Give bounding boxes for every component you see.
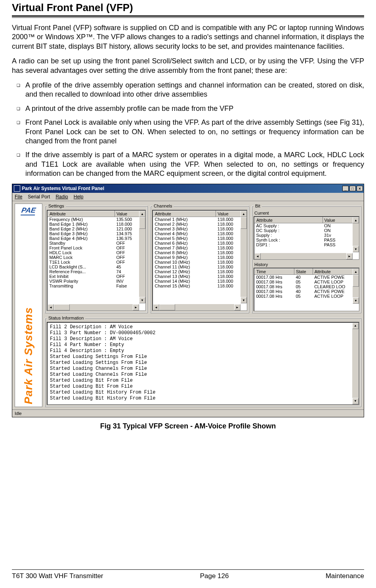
table-row[interactable]: 00017.08 Hrs05ACTIVE LOOP	[255, 294, 359, 299]
scrollbar-vertical[interactable]: ▲ ▼	[353, 217, 359, 252]
status-textarea[interactable]: Fill 2 Description : AM Voice Fill 3 Par…	[47, 322, 359, 405]
table-row[interactable]: Channel 11 (MHz)118.000	[153, 265, 247, 269]
table-row[interactable]: DC Supply :ON	[255, 228, 359, 233]
cell: Band Edge 4 (MHz)	[48, 236, 115, 241]
col-header[interactable]: Attribute	[48, 211, 115, 217]
scrollbar-horizontal[interactable]: ◄ ►	[48, 304, 139, 310]
settings-listbox[interactable]: Attribute Value Frequency (MHz)135.500Ba…	[47, 210, 146, 311]
table-row[interactable]: 00017.08 Hrs40ACTIVE POWE	[255, 289, 359, 294]
scroll-thumb[interactable]	[240, 217, 247, 229]
menu-serial-port[interactable]: Serial Port	[28, 194, 50, 200]
channels-listbox[interactable]: Attribute Value Channel 1 (MHz)118.000Ch…	[152, 210, 247, 311]
minimize-button[interactable]: _	[342, 186, 349, 191]
table-row[interactable]: Channel 2 (MHz)118.000	[153, 222, 247, 226]
scrollbar-vertical[interactable]: ▲ ▼	[353, 268, 359, 304]
scrollbar-horizontal[interactable]: ◄ ►	[254, 253, 353, 259]
table-row[interactable]: DSP1 :PASS	[255, 242, 359, 247]
table-row[interactable]: StandbyOFF	[48, 241, 145, 245]
table-row[interactable]: Channel 14 (MHz)118.000	[153, 279, 247, 284]
window-title: Park Air Systems Virtual Front Panel	[22, 186, 342, 191]
close-button[interactable]: ×	[357, 186, 363, 191]
table-row[interactable]: Channel 9 (MHz)118.000	[153, 255, 247, 260]
menu-radio[interactable]: Radio	[55, 194, 68, 200]
table-row[interactable]: Ext InhibitOFF	[48, 274, 145, 279]
table-row[interactable]: Channel 8 (MHz)118.000	[153, 250, 247, 255]
table-row[interactable]: Channel 6 (MHz)118.000	[153, 241, 247, 245]
scroll-down-icon[interactable]: ▼	[352, 398, 359, 404]
table-row[interactable]: Band Edge 1 (MHz)118.000	[48, 222, 145, 226]
table-row[interactable]: Channel 10 (MHz)118.000	[153, 260, 247, 265]
cell: Channel 9 (MHz)	[153, 255, 216, 260]
table-row[interactable]: Reference Frequ...74	[48, 269, 145, 274]
table-row[interactable]: AC Supply :ON	[255, 223, 359, 228]
scroll-down-icon[interactable]: ▼	[240, 297, 247, 303]
title-bar[interactable]: Park Air Systems Virtual Front Panel _ □…	[12, 184, 364, 193]
scroll-thumb[interactable]	[159, 304, 175, 310]
table-row[interactable]: Supply :31v	[255, 233, 359, 238]
table-row[interactable]: 00017.08 Hrs05ACTIVE LOOP	[255, 280, 359, 284]
bit-current-listbox[interactable]: Attribute Value AC Supply :ONDC Supply :…	[254, 216, 359, 260]
table-row[interactable]: Channel 5 (MHz)118.000	[153, 236, 247, 241]
table-row[interactable]: TransmittingFalse	[48, 284, 145, 288]
scroll-right-icon[interactable]: ►	[234, 304, 240, 310]
cell: ACTIVE LOOP	[313, 294, 359, 299]
col-header[interactable]: Attribute	[255, 217, 323, 223]
maximize-button[interactable]: □	[349, 186, 356, 191]
table-row[interactable]: Channel 13 (MHz)118.000	[153, 274, 247, 279]
table-row[interactable]: 00017.08 Hrs40ACTIVE POWE	[255, 275, 359, 280]
scroll-left-icon[interactable]: ◄	[153, 304, 159, 310]
table-row[interactable]: Channel 12 (MHz)118.000	[153, 269, 247, 274]
table-row[interactable]: MARC LockOFF	[48, 255, 145, 260]
col-header[interactable]: Attribute	[313, 269, 359, 275]
table-row[interactable]: Synth Lock :PASS	[255, 238, 359, 242]
scrollbar-vertical[interactable]: ▲ ▼	[139, 211, 145, 303]
table-row[interactable]: Front Panel LockOFF	[48, 245, 145, 250]
scroll-up-icon[interactable]: ▲	[352, 323, 359, 329]
scroll-right-icon[interactable]: ►	[346, 253, 353, 259]
col-header[interactable]: Attribute	[153, 211, 216, 217]
menu-help[interactable]: Help	[74, 194, 84, 200]
scroll-thumb[interactable]	[353, 275, 359, 287]
scroll-down-icon[interactable]: ▼	[353, 246, 359, 252]
table-row[interactable]: Channel 3 (MHz)118.000	[153, 226, 247, 231]
table-row[interactable]: Channel 1 (MHz)118.000	[153, 217, 247, 222]
scrollbar-vertical[interactable]: ▲ ▼	[352, 323, 359, 404]
cell: AC Supply :	[255, 223, 323, 228]
cell: Front Panel Lock	[48, 245, 115, 250]
table-row[interactable]: T1E1 LockOFF	[48, 260, 145, 265]
scroll-up-icon[interactable]: ▲	[139, 211, 145, 217]
scroll-left-icon[interactable]: ◄	[48, 304, 54, 310]
table-row[interactable]: Frequency (MHz)135.500	[48, 217, 145, 222]
scrollbar-vertical[interactable]: ▲ ▼	[240, 211, 247, 303]
table-row[interactable]: Band Edge 4 (MHz)136.975	[48, 236, 145, 241]
table-row[interactable]: LCD Backlight (S...45	[48, 265, 145, 269]
scroll-down-icon[interactable]: ▼	[353, 297, 359, 304]
bit-history-listbox[interactable]: Time State Attribute 00017.08 Hrs40ACTIV…	[254, 268, 359, 311]
table-row[interactable]: 00017.08 Hrs05CLEARED LOO	[255, 284, 359, 289]
advantages-list: A profile of the drive assembly operatio…	[12, 81, 364, 179]
scroll-up-icon[interactable]: ▲	[240, 211, 247, 217]
table-row[interactable]: VSWR PolarityINV	[48, 279, 145, 284]
scroll-right-icon[interactable]: ►	[133, 304, 139, 310]
table-row[interactable]: HDLC LockOFF	[48, 250, 145, 255]
cell: Channel 13 (MHz)	[153, 274, 216, 279]
cell: 05	[294, 284, 313, 289]
scroll-left-icon[interactable]: ◄	[254, 253, 261, 259]
cell: Channel 14 (MHz)	[153, 279, 216, 284]
scrollbar-horizontal[interactable]: ◄ ►	[153, 304, 240, 310]
menu-file[interactable]: File	[15, 194, 22, 200]
col-header[interactable]: Time	[255, 269, 294, 275]
scroll-up-icon[interactable]: ▲	[353, 217, 359, 223]
scroll-down-icon[interactable]: ▼	[139, 297, 145, 303]
table-row[interactable]: Band Edge 3 (MHz)134.975	[48, 231, 145, 236]
table-row[interactable]: Channel 4 (MHz)118.000	[153, 231, 247, 236]
table-row[interactable]: Channel 15 (MHz)118.000	[153, 284, 247, 288]
scroll-thumb[interactable]	[139, 217, 145, 229]
cell: 00017.08 Hrs	[255, 289, 294, 294]
scroll-up-icon[interactable]: ▲	[353, 268, 359, 275]
scroll-thumb[interactable]	[54, 304, 70, 310]
table-row[interactable]: Channel 7 (MHz)118.000	[153, 245, 247, 250]
col-header[interactable]: State	[294, 269, 313, 275]
status-legend: Status Information	[47, 316, 85, 320]
table-row[interactable]: Band Edge 2 (MHz)121.000	[48, 226, 145, 231]
